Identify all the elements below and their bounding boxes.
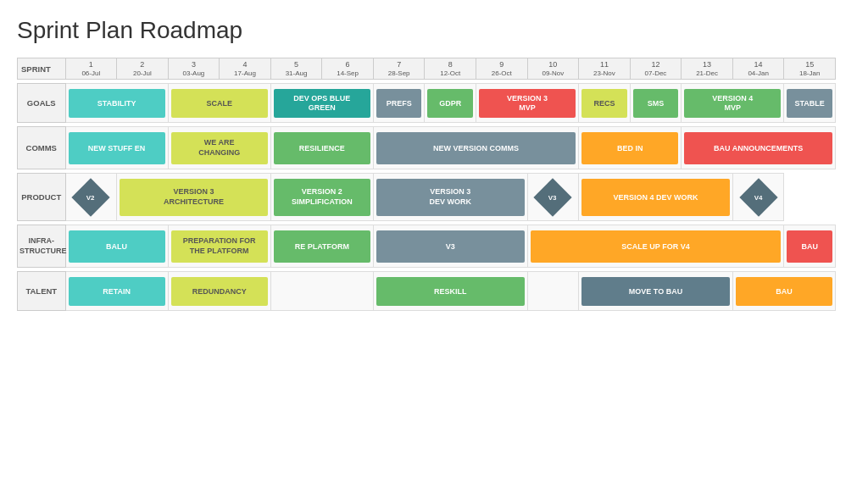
product-v2simp-cell: VERSION 2SIMPLIFICATION xyxy=(270,174,373,221)
product-row: PRODUCT V2 VERSION 3ARCHITECTURE VERSION… xyxy=(18,174,836,221)
goals-stable-cell: STABLE xyxy=(784,84,836,123)
comms-newstuff-cell: NEW STUFF EN xyxy=(65,127,168,169)
comms-wearechanging-cell: WE ARECHANGING xyxy=(168,127,270,169)
h-s3: 303-Aug xyxy=(168,58,220,80)
infra-prep-block: PREPARATION FORTHE PLATFORM xyxy=(171,230,268,263)
talent-reskill-cell: RESKILL xyxy=(373,272,527,311)
goals-scale-cell: SCALE xyxy=(168,84,270,123)
comms-resilience-block: RESILIENCE xyxy=(274,132,370,164)
goals-sms-cell: SMS xyxy=(630,84,682,123)
talent-retain-block: RETAIN xyxy=(69,277,165,306)
talent-reskill-block: RESKILL xyxy=(376,277,525,306)
infra-scaleupv4-block: SCALE UP FOR V4 xyxy=(531,230,782,263)
goals-stability-block: STABILITY xyxy=(69,89,165,118)
infra-row-label: INFRA-STRUCTURE xyxy=(18,225,66,268)
product-v3-diamond: V3 xyxy=(534,178,572,216)
product-row-label: PRODUCT xyxy=(18,174,66,221)
goals-v4mvp-block: VERSION 4MVP xyxy=(684,89,781,118)
h-s11: 1123-Nov xyxy=(579,58,631,80)
product-v4-diamond-cell: V4 xyxy=(732,174,784,221)
product-v4-label: V4 xyxy=(754,193,763,201)
product-v4-diamond: V4 xyxy=(739,178,777,216)
h-s15: 1518-Jan xyxy=(784,58,836,80)
sprint-label-header: SPRINT xyxy=(18,58,66,80)
talent-redundancy-block: REDUNDANCY xyxy=(171,277,268,306)
comms-bedin-block: BED IN xyxy=(581,132,678,164)
comms-resilience-cell: RESILIENCE xyxy=(270,127,373,169)
h-s10: 1009-Nov xyxy=(527,58,579,80)
infra-row: INFRA-STRUCTURE BALU PREPARATION FORTHE … xyxy=(18,225,836,268)
goals-v3mvp-cell: VERSION 3MVP xyxy=(476,84,579,123)
talent-row-label: TALENT xyxy=(18,272,66,311)
product-v4devwork-block: VERSION 4 DEV WORK xyxy=(581,179,730,216)
goals-devops-cell: DEV OPS BLUEGREEN xyxy=(270,84,373,123)
goals-stability-cell: STABILITY xyxy=(65,84,168,123)
infra-bau-cell: BAU xyxy=(784,225,836,268)
product-v2-diamond: V2 xyxy=(72,178,110,216)
h-s8: 812-Oct xyxy=(425,58,476,80)
goals-scale-block: SCALE xyxy=(171,89,268,118)
goals-recs-block: RECS xyxy=(581,89,627,118)
product-v3devwork-cell: VERSION 3DEV WORK xyxy=(373,174,527,221)
h-s14: 1404-Jan xyxy=(732,58,784,80)
comms-wearechanging-block: WE ARECHANGING xyxy=(171,132,268,164)
talent-row: TALENT RETAIN REDUNDANCY RESKILL MOVE TO… xyxy=(18,272,836,311)
h-s9: 926-Oct xyxy=(476,58,528,80)
infra-scaleupv4-cell: SCALE UP FOR V4 xyxy=(527,225,784,268)
infra-replatform-cell: RE PLATFORM xyxy=(270,225,373,268)
goals-recs-cell: RECS xyxy=(579,84,631,123)
h-s5: 531-Aug xyxy=(270,58,322,80)
infra-v3-cell: V3 xyxy=(373,225,527,268)
page-title: Sprint Plan Roadmap xyxy=(17,17,851,44)
goals-prefs-cell: PREFS xyxy=(373,84,425,123)
comms-newversioncomms-block: NEW VERSION COMMS xyxy=(376,132,576,164)
talent-retain-cell: RETAIN xyxy=(65,272,168,311)
goals-v4mvp-cell: VERSION 4MVP xyxy=(682,84,784,123)
comms-row: COMMS NEW STUFF EN WE ARECHANGING RESILI… xyxy=(18,127,836,169)
goals-prefs-block: PREFS xyxy=(376,89,422,118)
goals-row: GOALS STABILITY SCALE DEV OPS BLUEGREEN … xyxy=(18,84,836,123)
comms-row-label: COMMS xyxy=(18,127,66,169)
goals-stable-block: STABLE xyxy=(787,89,832,118)
talent-empty-10 xyxy=(527,272,579,311)
comms-bau-block: BAU ANNOUNCEMENTS xyxy=(684,132,832,164)
h-s2: 220-Jul xyxy=(117,58,169,80)
product-v3-label: V3 xyxy=(548,193,557,201)
comms-bedin-cell: BED IN xyxy=(579,127,682,169)
h-s12: 1207-Dec xyxy=(630,58,682,80)
talent-movetobau-cell: MOVE TO BAU xyxy=(579,272,733,311)
product-v2-label: V2 xyxy=(86,193,95,201)
goals-gdpr-block: GDPR xyxy=(427,89,473,118)
talent-movetobau-block: MOVE TO BAU xyxy=(581,277,730,306)
talent-bau-block: BAU xyxy=(736,277,832,306)
h-s1: 106-Jul xyxy=(65,58,117,80)
h-s4: 417-Aug xyxy=(220,58,271,80)
goals-gdpr-cell: GDPR xyxy=(425,84,476,123)
infra-bau-block: BAU xyxy=(787,230,832,263)
comms-bau-cell: BAU ANNOUNCEMENTS xyxy=(682,127,836,169)
infra-v3-block: V3 xyxy=(376,230,525,263)
goals-row-label: GOALS xyxy=(18,84,66,123)
product-v4devwork-cell: VERSION 4 DEV WORK xyxy=(579,174,733,221)
product-v3-diamond-cell: V3 xyxy=(527,174,579,221)
talent-bau-cell: BAU xyxy=(732,272,835,311)
product-v2simp-block: VERSION 2SIMPLIFICATION xyxy=(274,179,370,216)
goals-v3mvp-block: VERSION 3MVP xyxy=(479,89,576,118)
h-s13: 1321-Dec xyxy=(682,58,733,80)
comms-newstuff-block: NEW STUFF EN xyxy=(69,132,165,164)
product-v3arch-block: VERSION 3ARCHITECTURE xyxy=(120,179,268,216)
talent-redundancy-cell: REDUNDANCY xyxy=(168,272,270,311)
product-v3arch-cell: VERSION 3ARCHITECTURE xyxy=(117,174,271,221)
goals-sms-block: SMS xyxy=(633,89,679,118)
product-v2-diamond-cell: V2 xyxy=(65,174,117,221)
infra-prep-cell: PREPARATION FORTHE PLATFORM xyxy=(168,225,270,268)
header-row: SPRINT 106-Jul 220-Jul 303-Aug 417-Aug 5… xyxy=(18,58,836,80)
infra-replatform-block: RE PLATFORM xyxy=(274,230,370,263)
h-s6: 614-Sep xyxy=(322,58,374,80)
infra-balu-block: BALU xyxy=(69,230,165,263)
talent-empty-5-6 xyxy=(270,272,373,311)
goals-devops-block: DEV OPS BLUEGREEN xyxy=(274,89,370,118)
comms-newversioncomms-cell: NEW VERSION COMMS xyxy=(373,127,578,169)
h-s7: 728-Sep xyxy=(373,58,425,80)
infra-balu-cell: BALU xyxy=(65,225,168,268)
